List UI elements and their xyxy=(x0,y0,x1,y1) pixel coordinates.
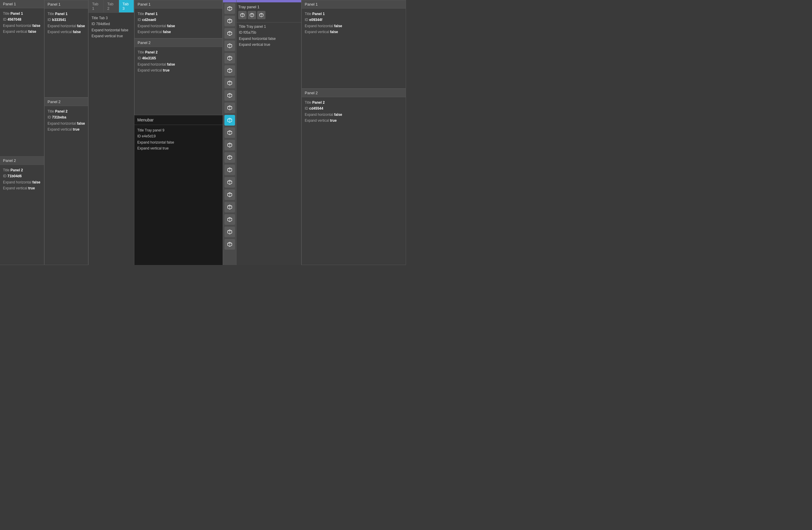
tab-2[interactable]: Tab 2 xyxy=(104,0,119,12)
col4-panel1-title-row: Title Panel 1 xyxy=(137,11,219,17)
tab3-id-row: ID 784d6ed xyxy=(91,21,131,27)
col2-panel1-expandh-row: Expand horizontal false xyxy=(47,23,85,29)
tray-icon-6[interactable] xyxy=(224,65,235,76)
tray-icon-1[interactable] xyxy=(224,3,235,14)
column-4: Panel 1 Title Panel 1 ID cd2eae0 Expand … xyxy=(134,0,223,265)
tray-icon-13[interactable] xyxy=(224,152,235,163)
col4-panel2-expandv-row: Expand vertical true xyxy=(137,67,219,73)
tray-icon-2[interactable] xyxy=(224,16,235,26)
col4-panel2-expandh-row: Expand horizontal false xyxy=(137,61,219,67)
tab3-expandv-row: Expand vertical true xyxy=(91,33,131,39)
tray-small-icon-3[interactable] xyxy=(257,11,265,19)
tray-icon-16[interactable] xyxy=(224,189,235,200)
col1-panel2-header: Panel 2 xyxy=(0,157,44,165)
col1-panel1-expandh-row: Expand horizontal false xyxy=(3,23,41,29)
col1-panel1-expandv-row: Expand vertical false xyxy=(3,29,41,34)
col1-panel2-expandh-value: false xyxy=(32,180,40,184)
tray-icon-7[interactable] xyxy=(224,78,235,88)
col7-panel1: Panel 1 Title Panel 1 ID e09344f Expand … xyxy=(302,0,406,89)
col4-panel2-header: Panel 2 xyxy=(135,39,222,47)
col2-panel1-header: Panel 1 xyxy=(45,0,88,9)
column-7: Panel 1 Title Panel 1 ID e09344f Expand … xyxy=(302,0,406,265)
col7-panel1-title-row: Title Panel 1 xyxy=(305,11,403,17)
tray-icon-15[interactable] xyxy=(224,177,235,188)
col2-panel2-header: Panel 2 xyxy=(45,98,88,106)
col1-panel2-expandv-row: Expand vertical true xyxy=(3,185,41,191)
menubar-header: Menubar xyxy=(134,115,223,125)
col1-panel2-expandv-value: true xyxy=(28,186,35,190)
tray-icon-10-active[interactable] xyxy=(224,115,235,126)
tray-icon-14[interactable] xyxy=(224,164,235,175)
col1-panel2-expandv-label: Expand vertical xyxy=(3,186,27,190)
tray-icon-9[interactable] xyxy=(224,102,235,113)
col4-panel2-id-row: ID 46e3165 xyxy=(137,55,219,61)
tray-icon-5[interactable] xyxy=(224,53,235,63)
col1-panel2-title-label: Title xyxy=(3,168,10,172)
col1-panel2-expandh-label: Expand horizontal xyxy=(3,180,31,184)
tab3-expandh-row: Expand horizontal false xyxy=(91,27,131,33)
col4-panel1: Panel 1 Title Panel 1 ID cd2eae0 Expand … xyxy=(134,0,223,39)
col4-panel1-id-row: ID cd2eae0 xyxy=(137,17,219,23)
tab-3[interactable]: Tab 3 xyxy=(119,0,134,12)
col1-panel2-id-row: ID 71b04d6 xyxy=(3,173,41,179)
tray-icon-19[interactable] xyxy=(224,227,235,237)
col7-panel2: Panel 2 Title Panel 2 ID cd45544 Expand … xyxy=(302,89,406,265)
col4-panel2-title-row: Title Panel 2 xyxy=(137,49,219,55)
tray-icon-11[interactable] xyxy=(224,127,235,138)
col7-panel2-header: Panel 2 xyxy=(302,89,406,97)
col7-panel1-expandv-row: Expand vertical false xyxy=(305,29,403,35)
tray-panel-header-bar xyxy=(236,0,301,2)
col1-panel1-expandh-value: false xyxy=(32,24,40,28)
menubar-content: Title Tray panel 9 ID e4e5d19 Expand hor… xyxy=(134,125,223,154)
tray-icon-12[interactable] xyxy=(224,140,235,151)
tray-panel-expandh-row: Expand horizontal false xyxy=(239,36,299,42)
col7-panel1-header: Panel 1 xyxy=(302,0,406,9)
tray-panel-info: Tray panel 1 Title Tray panel 1 xyxy=(236,0,302,265)
tray-icon-3[interactable] xyxy=(224,28,235,39)
icon-tray xyxy=(223,0,236,265)
col1-panel2-id-label: ID xyxy=(3,174,6,178)
col1-panel2-expandh-row: Expand horizontal false xyxy=(3,179,41,185)
menubar-id-row: ID e4e5d19 xyxy=(137,133,220,139)
col1-panel1-id-label: ID xyxy=(3,17,6,22)
tray-icon-20[interactable] xyxy=(224,239,235,249)
tray-icon-17[interactable] xyxy=(224,202,235,212)
col1-panel2-title-value: Panel 2 xyxy=(11,168,23,172)
col4-panel1-header: Panel 1 xyxy=(135,0,222,9)
col2-panel2-expandv-row: Expand vertical true xyxy=(47,127,85,132)
tray-panel-small-icons xyxy=(238,11,300,21)
col1-panel1-id-row: ID 4567048 xyxy=(3,16,41,23)
column-3: Tab 1 Tab 2 Tab 3 Title Tab 3 ID 784d6ed… xyxy=(89,0,134,265)
tray-small-icon-1[interactable] xyxy=(238,11,247,19)
col1-panel1-title-value: Panel 1 xyxy=(11,12,23,16)
tray-icon-8[interactable] xyxy=(224,90,235,101)
col4-panel1-expandv-row: Expand vertical false xyxy=(137,29,219,35)
col2-panel2-expandh-row: Expand horizontal false xyxy=(47,120,85,127)
col4-panel2-content: Title Panel 2 ID 46e3165 Expand horizont… xyxy=(135,47,222,76)
tray-panel-icons-area: Tray panel 1 xyxy=(236,2,301,23)
col7-panel2-expandh-row: Expand horizontal false xyxy=(305,112,403,118)
col4-panel1-content: Title Panel 1 ID cd2eae0 Expand horizont… xyxy=(135,9,222,38)
col7-panel2-expandv-row: Expand vertical true xyxy=(305,118,403,124)
col1-panel1: Panel 1 Title Panel 1 ID 4567048 Expand … xyxy=(0,0,44,157)
col1-panel1-expandh-label: Expand horizontal xyxy=(3,24,31,28)
col4-panel1-expandh-row: Expand horizontal false xyxy=(137,23,219,29)
menubar-title-row: Title Tray panel 9 xyxy=(137,127,220,133)
col1-panel2-title-row: Title Panel 2 xyxy=(3,167,41,173)
tray-icon-18[interactable] xyxy=(224,214,235,225)
col7-panel2-content: Title Panel 2 ID cd45544 Expand horizont… xyxy=(302,97,406,126)
tray-small-icon-2[interactable] xyxy=(248,11,256,19)
tab-1[interactable]: Tab 1 xyxy=(89,0,104,12)
tray-icon-4[interactable] xyxy=(224,41,235,51)
col1-panel1-header: Panel 1 xyxy=(0,0,44,8)
tray-panel-info-content: Title Tray panel 1 ID f05a75b Expand hor… xyxy=(236,23,301,49)
col1-panel2-content: Title Panel 2 ID 71b04d6 Expand horizont… xyxy=(0,165,44,194)
main-layout: Panel 1 Title Panel 1 ID 4567048 Expand … xyxy=(0,0,406,265)
col4-panel2: Panel 2 Title Panel 2 ID 46e3165 Expand … xyxy=(134,39,223,115)
col2-panel1-title-row: Title Panel 1 xyxy=(47,11,85,17)
col1-panel2-id-value: 71b04d6 xyxy=(8,174,21,178)
col2-panel2-content: Title Panel 2 ID 731beba Expand horizont… xyxy=(45,106,88,135)
menubar-expandh-row: Expand horizontal false xyxy=(137,140,220,145)
tray-panel-title-row: Title Tray panel 1 xyxy=(239,24,299,30)
tray-panel-id-row: ID f05a75b xyxy=(239,30,299,35)
